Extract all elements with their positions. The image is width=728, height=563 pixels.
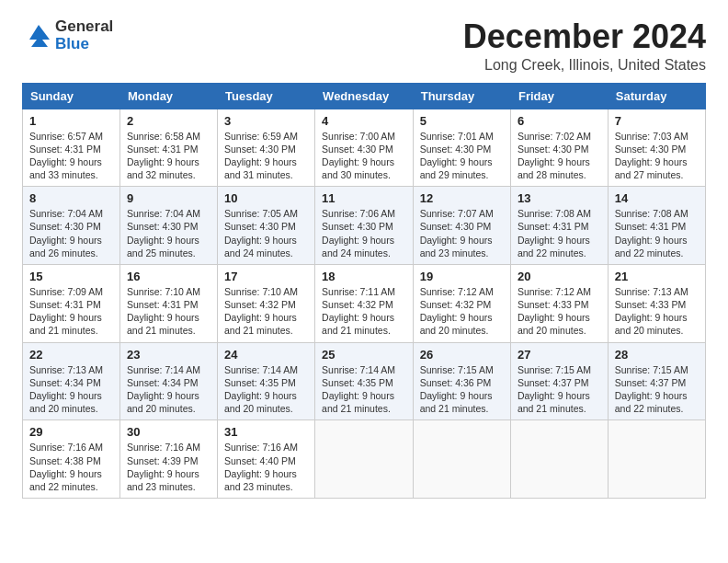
calendar-row: 1Sunrise: 6:57 AMSunset: 4:31 PMDaylight…	[23, 109, 706, 187]
day-number: 28	[615, 348, 699, 362]
table-row: 8Sunrise: 7:04 AMSunset: 4:30 PMDaylight…	[23, 187, 120, 265]
svg-marker-0	[29, 25, 50, 47]
cell-content: Sunrise: 7:16 AMSunset: 4:39 PMDaylight:…	[127, 441, 210, 493]
cell-content: Sunrise: 7:15 AMSunset: 4:37 PMDaylight:…	[518, 363, 601, 416]
cell-content: Sunrise: 7:11 AMSunset: 4:32 PMDaylight:…	[322, 285, 406, 338]
title-area: December 2024 Long Creek, Illinois, Unit…	[463, 18, 706, 74]
table-row: 21Sunrise: 7:13 AMSunset: 4:33 PMDayligh…	[608, 264, 705, 342]
page-header: General Blue December 2024 Long Creek, I…	[22, 18, 706, 74]
table-row: 5Sunrise: 7:01 AMSunset: 4:30 PMDaylight…	[413, 109, 510, 187]
day-number: 1	[29, 114, 113, 128]
table-row	[413, 420, 510, 499]
cell-content: Sunrise: 6:59 AMSunset: 4:30 PMDaylight:…	[224, 130, 308, 182]
day-number: 11	[322, 191, 406, 205]
day-number: 25	[322, 348, 406, 362]
table-row	[608, 420, 705, 499]
calendar-row: 15Sunrise: 7:09 AMSunset: 4:31 PMDayligh…	[23, 264, 706, 342]
day-number: 6	[518, 114, 601, 128]
cell-content: Sunrise: 6:58 AMSunset: 4:31 PMDaylight:…	[127, 130, 210, 182]
cell-content: Sunrise: 7:10 AMSunset: 4:32 PMDaylight:…	[224, 285, 308, 338]
header-row: Sunday Monday Tuesday Wednesday Thursday…	[23, 83, 706, 109]
day-number: 9	[127, 191, 210, 205]
calendar-table: Sunday Monday Tuesday Wednesday Thursday…	[22, 83, 706, 499]
cell-content: Sunrise: 7:02 AMSunset: 4:30 PMDaylight:…	[518, 130, 601, 182]
logo-icon	[22, 21, 51, 51]
table-row: 30Sunrise: 7:16 AMSunset: 4:39 PMDayligh…	[119, 420, 217, 499]
cell-content: Sunrise: 7:00 AMSunset: 4:30 PMDaylight:…	[322, 130, 406, 182]
col-friday: Friday	[510, 83, 608, 109]
table-row: 28Sunrise: 7:15 AMSunset: 4:37 PMDayligh…	[608, 342, 705, 420]
table-row: 14Sunrise: 7:08 AMSunset: 4:31 PMDayligh…	[608, 187, 705, 265]
calendar-row: 29Sunrise: 7:16 AMSunset: 4:38 PMDayligh…	[23, 420, 706, 499]
table-row: 6Sunrise: 7:02 AMSunset: 4:30 PMDaylight…	[510, 109, 608, 187]
day-number: 30	[127, 425, 210, 439]
day-number: 29	[29, 425, 113, 439]
table-row: 19Sunrise: 7:12 AMSunset: 4:32 PMDayligh…	[413, 264, 510, 342]
cell-content: Sunrise: 7:07 AMSunset: 4:30 PMDaylight:…	[420, 207, 504, 259]
table-row: 2Sunrise: 6:58 AMSunset: 4:31 PMDaylight…	[119, 109, 217, 187]
cell-content: Sunrise: 7:09 AMSunset: 4:31 PMDaylight:…	[29, 285, 113, 338]
cell-content: Sunrise: 7:08 AMSunset: 4:31 PMDaylight:…	[615, 207, 699, 259]
calendar-row: 22Sunrise: 7:13 AMSunset: 4:34 PMDayligh…	[23, 342, 706, 420]
table-row: 29Sunrise: 7:16 AMSunset: 4:38 PMDayligh…	[23, 420, 120, 499]
day-number: 8	[29, 191, 113, 205]
table-row: 15Sunrise: 7:09 AMSunset: 4:31 PMDayligh…	[23, 264, 120, 342]
day-number: 20	[518, 270, 601, 283]
table-row: 31Sunrise: 7:16 AMSunset: 4:40 PMDayligh…	[218, 420, 315, 499]
cell-content: Sunrise: 7:12 AMSunset: 4:32 PMDaylight:…	[420, 285, 504, 338]
day-number: 19	[420, 270, 504, 283]
day-number: 27	[518, 348, 601, 362]
day-number: 22	[29, 348, 113, 362]
cell-content: Sunrise: 7:14 AMSunset: 4:35 PMDaylight:…	[322, 363, 406, 416]
table-row: 11Sunrise: 7:06 AMSunset: 4:30 PMDayligh…	[315, 187, 414, 265]
table-row: 12Sunrise: 7:07 AMSunset: 4:30 PMDayligh…	[413, 187, 510, 265]
day-number: 4	[322, 114, 406, 128]
table-row: 22Sunrise: 7:13 AMSunset: 4:34 PMDayligh…	[23, 342, 120, 420]
day-number: 7	[615, 114, 699, 128]
cell-content: Sunrise: 7:15 AMSunset: 4:36 PMDaylight:…	[420, 363, 504, 416]
logo: General Blue	[22, 18, 113, 52]
cell-content: Sunrise: 7:14 AMSunset: 4:34 PMDaylight:…	[127, 363, 210, 416]
cell-content: Sunrise: 7:12 AMSunset: 4:33 PMDaylight:…	[518, 285, 601, 338]
table-row: 23Sunrise: 7:14 AMSunset: 4:34 PMDayligh…	[119, 342, 217, 420]
col-tuesday: Tuesday	[218, 83, 315, 109]
day-number: 10	[224, 191, 308, 205]
calendar-row: 8Sunrise: 7:04 AMSunset: 4:30 PMDaylight…	[23, 187, 706, 265]
table-row: 10Sunrise: 7:05 AMSunset: 4:30 PMDayligh…	[218, 187, 315, 265]
table-row: 20Sunrise: 7:12 AMSunset: 4:33 PMDayligh…	[510, 264, 608, 342]
cell-content: Sunrise: 7:08 AMSunset: 4:31 PMDaylight:…	[518, 207, 601, 259]
cell-content: Sunrise: 7:04 AMSunset: 4:30 PMDaylight:…	[29, 207, 113, 259]
month-title: December 2024	[463, 18, 706, 55]
cell-content: Sunrise: 7:10 AMSunset: 4:31 PMDaylight:…	[127, 285, 210, 338]
day-number: 24	[224, 348, 308, 362]
cell-content: Sunrise: 7:14 AMSunset: 4:35 PMDaylight:…	[224, 363, 308, 416]
day-number: 31	[224, 425, 308, 439]
table-row	[315, 420, 414, 499]
cell-content: Sunrise: 7:04 AMSunset: 4:30 PMDaylight:…	[127, 207, 210, 259]
col-sunday: Sunday	[23, 83, 120, 109]
table-row: 9Sunrise: 7:04 AMSunset: 4:30 PMDaylight…	[119, 187, 217, 265]
day-number: 13	[518, 191, 601, 205]
cell-content: Sunrise: 7:13 AMSunset: 4:34 PMDaylight:…	[29, 363, 113, 416]
day-number: 23	[127, 348, 210, 362]
cell-content: Sunrise: 7:13 AMSunset: 4:33 PMDaylight:…	[615, 285, 699, 338]
table-row: 27Sunrise: 7:15 AMSunset: 4:37 PMDayligh…	[510, 342, 608, 420]
cell-content: Sunrise: 7:16 AMSunset: 4:38 PMDaylight:…	[29, 441, 113, 493]
cell-content: Sunrise: 7:15 AMSunset: 4:37 PMDaylight:…	[615, 363, 699, 416]
day-number: 18	[322, 270, 406, 283]
day-number: 17	[224, 270, 308, 283]
day-number: 16	[127, 270, 210, 283]
table-row: 13Sunrise: 7:08 AMSunset: 4:31 PMDayligh…	[510, 187, 608, 265]
table-row: 7Sunrise: 7:03 AMSunset: 4:30 PMDaylight…	[608, 109, 705, 187]
day-number: 15	[29, 270, 113, 283]
table-row: 25Sunrise: 7:14 AMSunset: 4:35 PMDayligh…	[315, 342, 414, 420]
col-thursday: Thursday	[413, 83, 510, 109]
cell-content: Sunrise: 7:16 AMSunset: 4:40 PMDaylight:…	[224, 441, 308, 493]
table-row: 24Sunrise: 7:14 AMSunset: 4:35 PMDayligh…	[218, 342, 315, 420]
col-wednesday: Wednesday	[315, 83, 414, 109]
day-number: 12	[420, 191, 504, 205]
day-number: 2	[127, 114, 210, 128]
cell-content: Sunrise: 7:01 AMSunset: 4:30 PMDaylight:…	[420, 130, 504, 182]
cell-content: Sunrise: 7:03 AMSunset: 4:30 PMDaylight:…	[615, 130, 699, 182]
day-number: 14	[615, 191, 699, 205]
